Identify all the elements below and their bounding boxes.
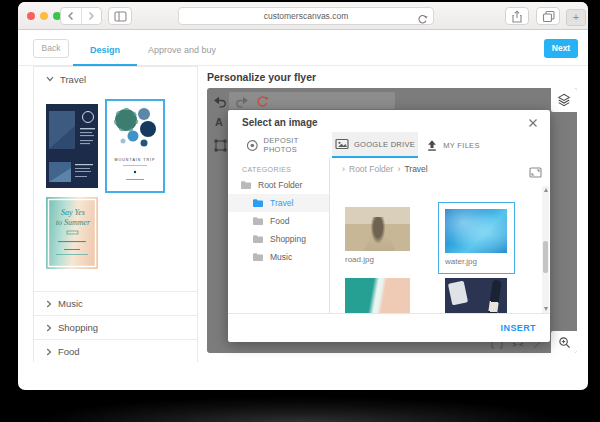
editor-toolbar — [229, 92, 395, 109]
layers-icon — [557, 93, 571, 107]
triangle-up-icon — [544, 188, 548, 192]
tab-my-files[interactable]: MY FILES — [420, 132, 486, 158]
sidebar-section-music[interactable]: Music — [34, 291, 197, 315]
file-tile-flatlay[interactable] — [445, 278, 507, 313]
undo-button[interactable] — [213, 94, 227, 112]
deposit-photos-icon — [246, 139, 259, 152]
chevron-right-icon — [46, 348, 52, 356]
new-tab-button[interactable]: + — [566, 9, 586, 26]
window-controls — [27, 12, 61, 20]
road-thumbnail — [345, 207, 410, 251]
file-name: water.jpg — [445, 257, 508, 266]
share-button[interactable] — [505, 7, 529, 25]
breadcrumb-travel[interactable]: Travel — [404, 164, 427, 174]
folder-music[interactable]: Music — [228, 248, 329, 266]
breadcrumb: › Root Folder › Travel — [342, 164, 428, 174]
design-editor-canvas: A Select an image DEPOSIT PHOTOS — [207, 88, 577, 353]
tab-google-drive[interactable]: GOOGLE DRIVE — [332, 132, 418, 158]
file-tile-beach[interactable] — [345, 278, 410, 313]
chevron-right-icon — [46, 300, 52, 308]
tab-design[interactable]: Design — [73, 39, 137, 62]
tab-label: MY FILES — [443, 141, 479, 150]
file-tile-road[interactable]: road.jpg — [345, 207, 410, 264]
folder-travel[interactable]: Travel — [228, 194, 329, 212]
tab-deposit-photos[interactable]: DEPOSIT PHOTOS — [246, 132, 332, 158]
folder-icon — [240, 180, 252, 190]
google-drive-icon — [335, 138, 349, 150]
sidebar-icon — [114, 11, 127, 22]
reset-icon — [256, 95, 269, 108]
file-tile-water[interactable]: water.jpg — [438, 202, 515, 274]
tab-overview-button[interactable] — [536, 7, 560, 25]
address-bar[interactable]: customerscanvas.com — [178, 7, 434, 25]
scrollbar-thumb[interactable] — [543, 241, 548, 273]
breadcrumb-root-folder[interactable]: Root Folder — [349, 164, 393, 174]
tabs-icon — [542, 10, 555, 22]
back-button[interactable]: Back — [33, 39, 69, 58]
sidebar-section-food[interactable]: Food — [34, 339, 197, 363]
close-dialog-button[interactable] — [526, 116, 540, 130]
back-nav-button[interactable] — [61, 8, 81, 24]
chevron-right-icon — [87, 11, 95, 21]
categories-label: CATEGORIES — [242, 166, 291, 173]
tab-label: GOOGLE DRIVE — [354, 140, 415, 149]
undo-icon — [213, 95, 227, 108]
flatlay-thumbnail — [445, 278, 507, 313]
section-label: Food — [58, 346, 80, 357]
chevron-down-icon — [46, 76, 54, 82]
redo-icon — [235, 95, 249, 108]
tab-label: DEPOSIT PHOTOS — [264, 136, 332, 154]
folder-food[interactable]: Food — [228, 212, 329, 230]
layers-button[interactable] — [551, 88, 577, 112]
reload-icon — [417, 14, 428, 25]
page-title: Personalize your flyer — [207, 71, 316, 83]
browser-chrome: customerscanvas.com + — [18, 2, 588, 30]
sidebar-toggle-button[interactable] — [108, 7, 132, 25]
window-shadow — [40, 396, 560, 422]
template-thumbnail-navy-flyer[interactable] — [46, 104, 98, 188]
svg-text:MOUNTAIN TRIP: MOUNTAIN TRIP — [114, 158, 155, 162]
text-tool-button[interactable]: A — [215, 116, 223, 128]
say-yes-summer-preview: Say Yes to Summer — [46, 197, 98, 269]
folder-icon — [252, 198, 264, 208]
url-text: customerscanvas.com — [264, 11, 349, 21]
chevron-right-icon — [46, 324, 52, 332]
folder-label: Root Folder — [258, 180, 302, 190]
upload-icon — [426, 139, 438, 152]
share-icon — [511, 10, 523, 23]
close-window-button[interactable] — [27, 12, 35, 20]
crop-tool-button[interactable] — [213, 138, 228, 157]
navy-flyer-preview — [46, 104, 98, 188]
scroll-down-button[interactable] — [542, 305, 549, 313]
expand-icon — [529, 167, 542, 178]
folder-label: Shopping — [270, 234, 306, 244]
zoom-button[interactable] — [551, 331, 577, 353]
reload-button[interactable] — [417, 11, 428, 29]
next-button[interactable]: Next — [544, 39, 578, 58]
svg-text:Say Yes: Say Yes — [61, 208, 85, 217]
tab-approve-and-buy[interactable]: Approve and buy — [147, 39, 217, 62]
file-name: road.jpg — [345, 255, 410, 264]
folder-label: Music — [270, 252, 292, 262]
dialog-footer: INSERT — [228, 313, 550, 342]
template-thumbnail-say-yes-summer[interactable]: Say Yes to Summer — [46, 197, 98, 269]
breadcrumb-chevron: › — [342, 164, 345, 174]
sidebar-section-travel[interactable]: Travel — [34, 67, 197, 91]
history-nav — [60, 7, 102, 25]
insert-button[interactable]: INSERT — [501, 323, 536, 333]
dialog-body: CATEGORIES Root Folder Travel Food — [228, 158, 550, 313]
templates-sidebar: Travel — [33, 66, 198, 362]
scroll-up-button[interactable] — [542, 186, 549, 194]
folder-shopping[interactable]: Shopping — [228, 230, 329, 248]
categories-panel: CATEGORIES Root Folder Travel Food — [228, 158, 330, 313]
template-thumbnail-mountain-trip[interactable]: MOUNTAIN TRIP — [105, 99, 165, 193]
minimize-window-button[interactable] — [40, 12, 48, 20]
forward-nav-button[interactable] — [81, 8, 102, 24]
preview-size-button[interactable] — [529, 164, 542, 182]
triangle-down-icon — [544, 307, 548, 311]
select-image-dialog: Select an image DEPOSIT PHOTOS GOOGLE DR… — [228, 110, 550, 342]
section-label: Music — [58, 298, 83, 309]
grid-scrollbar[interactable] — [542, 186, 549, 313]
sidebar-section-shopping[interactable]: Shopping — [34, 315, 197, 339]
folder-root[interactable]: Root Folder — [228, 176, 329, 194]
